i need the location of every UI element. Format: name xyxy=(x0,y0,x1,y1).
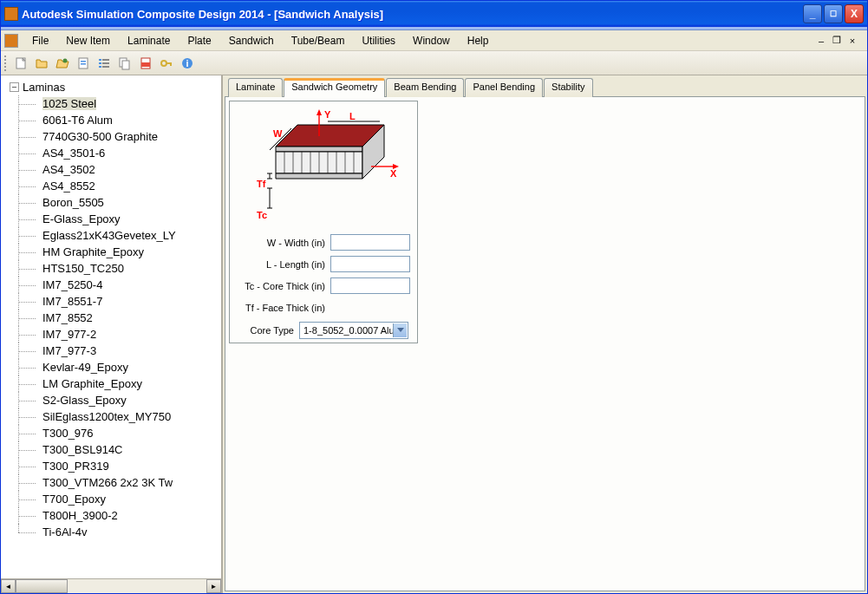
tree-root-label: Laminas xyxy=(23,81,65,94)
mdi-close-button[interactable]: × xyxy=(846,35,858,47)
tab-panel-bending[interactable]: Panel Bending xyxy=(465,78,543,97)
tab-stability[interactable]: Stability xyxy=(544,78,593,97)
tab-strip: LaminateSandwich GeometryBeam BendingPan… xyxy=(228,77,865,96)
core-thick-input[interactable] xyxy=(330,277,410,294)
sidebar: – Laminas 1025 Steel6061-T6 Alum7740G30-… xyxy=(1,75,223,593)
tree-item[interactable]: T800H_3900-2 xyxy=(1,507,221,524)
menu-sandwich[interactable]: Sandwich xyxy=(220,32,283,49)
tree-item[interactable]: Boron_5505 xyxy=(1,194,221,211)
menu-help[interactable]: Help xyxy=(459,32,498,49)
tree-item[interactable]: LM Graphite_Epoxy xyxy=(1,375,221,392)
tree-item-label: SilEglass1200tex_MY750 xyxy=(42,410,171,423)
svg-marker-52 xyxy=(397,328,404,332)
tree-item[interactable]: HTS150_TC250 xyxy=(1,260,221,277)
key-button[interactable] xyxy=(157,54,176,73)
core-type-select[interactable]: 1-8_5052_0.0007 Alum HC xyxy=(299,322,408,339)
geometry-panel: Y X L W xyxy=(229,101,418,343)
tree-item[interactable]: 7740G30-500 Graphite xyxy=(1,128,221,145)
scroll-left-button[interactable]: ◄ xyxy=(1,579,16,593)
geometry-diagram: Y X L W xyxy=(230,101,417,232)
tree-item[interactable]: 6061-T6 Alum xyxy=(1,112,221,128)
minimize-button[interactable]: _ xyxy=(803,4,822,23)
copy-button[interactable] xyxy=(115,54,134,73)
tree-item-label: Kevlar-49_Epoxy xyxy=(42,361,128,374)
tree-item[interactable]: T700_Epoxy xyxy=(1,491,221,507)
svg-text:i: i xyxy=(186,58,188,69)
width-label: W - Width (in) xyxy=(230,238,330,248)
tree-item[interactable]: T300_PR319 xyxy=(1,458,221,474)
close-button[interactable]: X xyxy=(845,4,864,23)
width-input[interactable] xyxy=(330,234,410,251)
tree-item-label: AS4_3501-6 xyxy=(42,147,105,160)
collapse-icon[interactable]: – xyxy=(10,82,19,92)
report-button[interactable] xyxy=(74,54,93,73)
tree-item-label: IM7_8552 xyxy=(42,311,93,324)
svg-rect-8 xyxy=(102,62,109,64)
scroll-thumb[interactable] xyxy=(16,579,68,593)
svg-marker-23 xyxy=(276,173,362,179)
tree-item[interactable]: IM7_8552 xyxy=(1,310,221,326)
tree-item[interactable]: Kevlar-49_Epoxy xyxy=(1,359,221,375)
maximize-button[interactable]: ☐ xyxy=(824,4,843,23)
tree-item-label: E-Glass_Epoxy xyxy=(42,212,121,225)
toolbar-grip[interactable] xyxy=(4,55,8,71)
tab-sandwich-geometry[interactable]: Sandwich Geometry xyxy=(284,78,385,97)
tree-item-label: Eglass21xK43Gevetex_LY xyxy=(42,229,176,242)
open-folder-button[interactable] xyxy=(32,54,51,73)
menu-tube-beam[interactable]: Tube/Beam xyxy=(283,32,354,49)
mdi-minimize-button[interactable]: – xyxy=(815,35,827,47)
mdi-icon[interactable] xyxy=(4,34,18,48)
tab-beam-bending[interactable]: Beam Bending xyxy=(386,78,464,97)
tree-item[interactable]: IM7_977-2 xyxy=(1,326,221,343)
tree-item[interactable]: HM Graphite_Epoxy xyxy=(1,244,221,260)
tree-item[interactable]: T300_VTM266 2x2 3K Tw xyxy=(1,474,221,491)
tree-item[interactable]: AS4_3502 xyxy=(1,161,221,178)
titlebar[interactable]: Autodesk Simulation Composite Design 201… xyxy=(1,1,867,27)
tree-item-label: S2-Glass_Epoxy xyxy=(42,394,127,407)
tree-item-label: Boron_5505 xyxy=(42,196,104,209)
tree-item[interactable]: T300_976 xyxy=(1,425,221,441)
tree-item[interactable]: Eglass21xK43Gevetex_LY xyxy=(1,227,221,244)
menu-laminate[interactable]: Laminate xyxy=(119,32,179,49)
svg-rect-7 xyxy=(99,62,101,64)
tree-item-label: IM7_977-3 xyxy=(42,344,96,357)
app-icon xyxy=(4,7,18,21)
scroll-right-button[interactable]: ► xyxy=(206,579,221,593)
length-label: L - Length (in) xyxy=(230,259,330,270)
list-button[interactable] xyxy=(95,54,114,73)
material-tree[interactable]: – Laminas 1025 Steel6061-T6 Alum7740G30-… xyxy=(1,75,221,578)
tree-item[interactable]: E-Glass_Epoxy xyxy=(1,211,221,227)
svg-text:Tf: Tf xyxy=(257,179,266,189)
tree-item[interactable]: T300_BSL914C xyxy=(1,441,221,458)
window-title: Autodesk Simulation Composite Design 201… xyxy=(22,8,803,21)
tree-root[interactable]: – Laminas xyxy=(1,79,221,95)
save-button[interactable] xyxy=(53,54,72,73)
svg-rect-6 xyxy=(102,59,109,61)
help-button[interactable]: i xyxy=(178,54,197,73)
tree-item[interactable]: IM7_8551-7 xyxy=(1,293,221,310)
tab-body: Y X L W xyxy=(225,96,865,591)
tree-item[interactable]: S2-Glass_Epoxy xyxy=(1,392,221,408)
tree-item[interactable]: SilEglass1200tex_MY750 xyxy=(1,408,221,425)
tree-item[interactable]: IM7_5250-4 xyxy=(1,277,221,293)
menu-file[interactable]: File xyxy=(23,32,57,49)
svg-rect-17 xyxy=(170,62,172,66)
tree-item[interactable]: IM7_977-3 xyxy=(1,343,221,359)
menu-window[interactable]: Window xyxy=(404,32,459,49)
menu-new-item[interactable]: New Item xyxy=(57,32,119,49)
tree-item[interactable]: 1025 Steel xyxy=(1,95,221,112)
svg-rect-5 xyxy=(99,59,101,61)
tree-item[interactable]: AS4_8552 xyxy=(1,178,221,194)
menu-plate[interactable]: Plate xyxy=(179,32,219,49)
tab-laminate[interactable]: Laminate xyxy=(228,78,283,97)
tree-item[interactable]: AS4_3501-6 xyxy=(1,145,221,161)
mdi-restore-button[interactable]: ❐ xyxy=(831,35,843,47)
svg-rect-14 xyxy=(141,62,150,67)
pdf-button[interactable] xyxy=(136,54,155,73)
length-input[interactable] xyxy=(330,256,410,272)
dropdown-arrow-icon[interactable] xyxy=(393,323,407,337)
horizontal-scrollbar[interactable]: ◄ ► xyxy=(1,578,221,593)
new-file-button[interactable] xyxy=(11,54,30,73)
menu-utilities[interactable]: Utilities xyxy=(353,32,404,49)
tree-item[interactable]: Ti-6Al-4v xyxy=(1,524,221,540)
